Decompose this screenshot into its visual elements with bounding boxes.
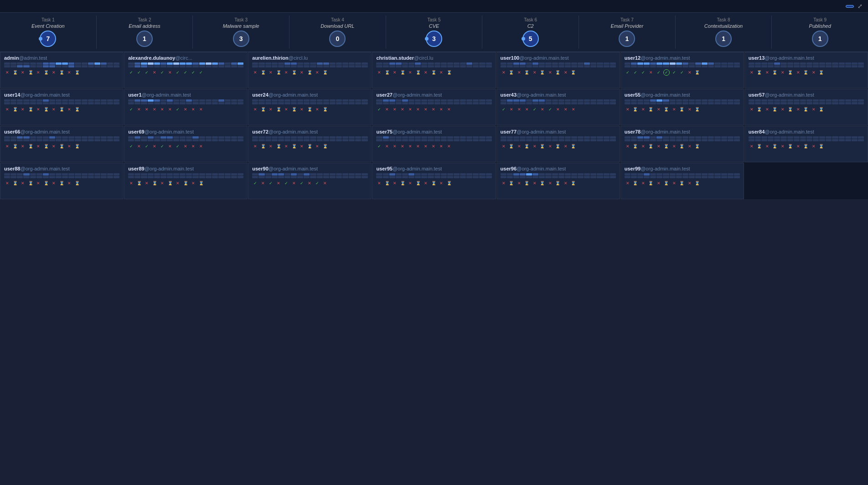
x-icon[interactable]: ✕: [625, 106, 631, 113]
x-icon[interactable]: ✕: [407, 143, 413, 150]
x-icon[interactable]: ✕: [547, 143, 553, 150]
x-icon[interactable]: ✕: [268, 143, 274, 150]
x-icon[interactable]: ✕: [66, 180, 72, 186]
x-icon[interactable]: ✕: [430, 143, 437, 150]
x-icon[interactable]: ✕: [51, 143, 57, 150]
hourglass-icon[interactable]: ⌛: [12, 143, 18, 150]
hourglass-icon[interactable]: ⌛: [679, 143, 685, 150]
x-icon[interactable]: ✕: [322, 180, 328, 186]
hourglass-icon[interactable]: ⌛: [306, 143, 313, 150]
x-icon[interactable]: ✕: [532, 180, 538, 186]
x-icon[interactable]: ✕: [314, 69, 320, 76]
hourglass-icon[interactable]: ⌛: [803, 106, 809, 113]
hourglass-icon[interactable]: ⌛: [430, 180, 437, 186]
check-icon[interactable]: ✓: [190, 69, 196, 76]
hourglass-icon[interactable]: ⌛: [694, 143, 701, 150]
x-icon[interactable]: ✕: [524, 106, 530, 113]
hourglass-icon[interactable]: ⌛: [58, 106, 65, 113]
hourglass-icon[interactable]: ⌛: [12, 69, 18, 76]
check-icon[interactable]: ✓: [671, 69, 677, 76]
x-icon[interactable]: ✕: [167, 143, 173, 150]
x-icon[interactable]: ✕: [407, 69, 413, 76]
x-icon[interactable]: ✕: [438, 143, 444, 150]
x-icon[interactable]: ✕: [423, 180, 429, 186]
check-icon[interactable]: ✓: [640, 69, 646, 76]
x-icon[interactable]: ✕: [283, 143, 289, 150]
x-icon[interactable]: ✕: [795, 106, 801, 113]
hourglass-icon[interactable]: ⌛: [58, 143, 65, 150]
x-icon[interactable]: ✕: [430, 106, 437, 113]
hourglass-icon[interactable]: ⌛: [430, 69, 437, 76]
x-icon[interactable]: ✕: [407, 180, 413, 186]
x-icon[interactable]: ✕: [190, 106, 196, 113]
hourglass-icon[interactable]: ⌛: [27, 106, 34, 113]
x-icon[interactable]: ✕: [260, 180, 266, 186]
hourglass-icon[interactable]: ⌛: [539, 180, 546, 186]
x-icon[interactable]: ✕: [314, 143, 320, 150]
check-icon[interactable]: ✓: [159, 143, 165, 150]
hourglass-icon[interactable]: ⌛: [772, 69, 778, 76]
hourglass-icon[interactable]: ⌛: [539, 143, 546, 150]
x-icon[interactable]: ✕: [547, 180, 553, 186]
task-circle-7[interactable]: 1: [619, 31, 635, 47]
x-icon[interactable]: ✕: [539, 106, 546, 113]
x-icon[interactable]: ✕: [687, 106, 693, 113]
hourglass-icon[interactable]: ⌛: [632, 180, 639, 186]
hourglass-icon[interactable]: ⌛: [446, 69, 452, 76]
hourglass-icon[interactable]: ⌛: [570, 180, 577, 186]
hourglass-icon[interactable]: ⌛: [539, 69, 546, 76]
check-icon[interactable]: ✓: [632, 69, 639, 76]
x-icon[interactable]: ✕: [299, 69, 305, 76]
x-icon[interactable]: ✕: [780, 69, 786, 76]
x-icon[interactable]: ✕: [20, 69, 26, 76]
hourglass-icon[interactable]: ⌛: [679, 180, 685, 186]
x-icon[interactable]: ✕: [4, 143, 10, 150]
x-icon[interactable]: ✕: [423, 69, 429, 76]
hourglass-icon[interactable]: ⌛: [415, 180, 421, 186]
hourglass-icon[interactable]: ⌛: [694, 69, 701, 76]
x-icon[interactable]: ✕: [811, 69, 817, 76]
task-col-6[interactable]: Task 6C25: [482, 15, 579, 49]
x-icon[interactable]: ✕: [780, 143, 786, 150]
hourglass-icon[interactable]: ⌛: [27, 69, 34, 76]
x-icon[interactable]: ✕: [190, 180, 196, 186]
x-icon[interactable]: ✕: [749, 69, 755, 76]
x-icon[interactable]: ✕: [283, 69, 289, 76]
check-icon[interactable]: ✓: [144, 143, 150, 150]
x-icon[interactable]: ✕: [407, 106, 413, 113]
x-icon[interactable]: ✕: [159, 180, 165, 186]
x-icon[interactable]: ✕: [423, 143, 429, 150]
x-icon[interactable]: ✕: [516, 143, 522, 150]
check-icon[interactable]: ✓: [314, 180, 320, 186]
x-icon[interactable]: ✕: [656, 106, 662, 113]
task-col-4[interactable]: Task 4Download URL0: [289, 15, 386, 49]
x-icon[interactable]: ✕: [516, 180, 522, 186]
hourglass-icon[interactable]: ⌛: [663, 143, 670, 150]
x-icon[interactable]: ✕: [376, 180, 382, 186]
task-col-7[interactable]: Task 7Email Provider1: [579, 15, 676, 49]
check-icon[interactable]: ✓: [532, 106, 538, 113]
check-icon[interactable]: ✓: [128, 143, 134, 150]
hourglass-icon[interactable]: ⌛: [818, 106, 825, 113]
x-icon[interactable]: ✕: [275, 180, 282, 186]
hourglass-icon[interactable]: ⌛: [570, 69, 577, 76]
x-icon[interactable]: ✕: [151, 106, 158, 113]
check-icon[interactable]: ✓: [376, 143, 382, 150]
check-icon[interactable]: ✓: [175, 69, 181, 76]
x-icon[interactable]: ✕: [532, 69, 538, 76]
x-icon[interactable]: ✕: [648, 69, 654, 76]
x-icon[interactable]: ✕: [547, 69, 553, 76]
x-icon[interactable]: ✕: [4, 106, 10, 113]
hourglass-icon[interactable]: ⌛: [663, 180, 670, 186]
x-icon[interactable]: ✕: [392, 106, 398, 113]
hourglass-icon[interactable]: ⌛: [415, 69, 421, 76]
x-icon[interactable]: ✕: [268, 69, 274, 76]
x-icon[interactable]: ✕: [4, 69, 10, 76]
x-icon[interactable]: ✕: [687, 143, 693, 150]
x-icon[interactable]: ✕: [516, 69, 522, 76]
x-icon[interactable]: ✕: [299, 106, 305, 113]
task-circle-3[interactable]: 3: [233, 31, 249, 47]
x-icon[interactable]: ✕: [198, 106, 204, 113]
x-icon[interactable]: ✕: [376, 69, 382, 76]
check-icon[interactable]: ✓: [679, 69, 685, 76]
